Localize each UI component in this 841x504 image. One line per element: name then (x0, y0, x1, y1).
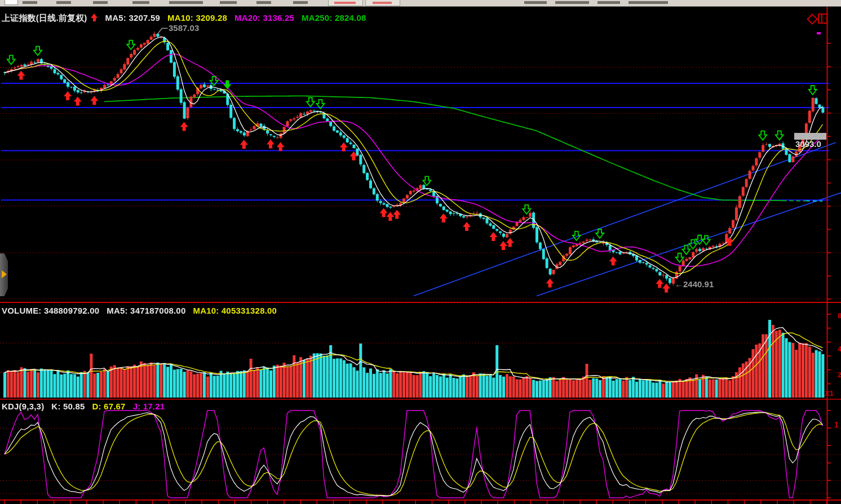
ma20-label: MA20: 3136.25 (234, 13, 294, 23)
index-title: 上证指数(日线.前复权) (2, 13, 87, 23)
kdj-header: KDJ(9,3,3)K: 50.85D: 67.67J: 17.21 (2, 402, 172, 411)
menu-bar-button[interactable] (328, 0, 363, 6)
menu-text-fragment (56, 1, 71, 4)
main-chart-pane[interactable] (0, 7, 841, 302)
magenta-marker (817, 32, 821, 34)
app-icon[interactable] (5, 0, 18, 5)
peak-price-label: 3587.03 (169, 23, 199, 33)
kdj-k-label: K: 50.85 (51, 402, 85, 411)
kdj-axis-label: 1 (834, 420, 839, 429)
ma250-label: MA250: 2824.08 (302, 13, 366, 23)
volume-value-label: VOLUME: 348809792.00 (2, 306, 99, 315)
kdj-pane[interactable] (0, 400, 841, 499)
menu-text-fragment (524, 1, 547, 4)
last-price-tag: 3093.0 (795, 139, 821, 149)
up-arrow-icon (91, 14, 98, 22)
ma10-label: MA10: 3209.28 (167, 13, 227, 23)
volume-header: VOLUME: 348809792.00MA5: 347187008.00MA1… (2, 306, 284, 315)
menu-text-fragment (93, 1, 108, 4)
menu-text-fragment (169, 1, 203, 4)
menu-text-fragment (628, 1, 668, 4)
chevron-right-icon (2, 270, 7, 278)
volume-multiplier-label: X1 (825, 389, 834, 398)
sidebar-expand-tab[interactable] (0, 253, 8, 296)
trough-price-label: ←2440.91 (675, 279, 714, 289)
trading-app-window: { "header": { "title": "上证指数(日线.前复权)", "… (0, 0, 841, 504)
volume-ma10-label: MA10: 405331328.00 (193, 306, 277, 315)
menu-bar-button[interactable] (365, 0, 400, 6)
ma5-label: MA5: 3207.59 (105, 13, 160, 23)
volume-ma5-label: MA5: 347187008.00 (107, 306, 185, 315)
kdj-name-label: KDJ(9,3,3) (2, 402, 44, 411)
volume-pane[interactable] (0, 303, 841, 399)
kdj-j-label: J: 17.21 (133, 402, 165, 411)
volume-axis-label-low: 2 (838, 371, 841, 379)
menu-text-fragment (555, 1, 589, 4)
menu-text-fragment (597, 1, 620, 4)
volume-axis-label-top: 8 (838, 311, 841, 320)
kdj-d-label: D: 67.67 (92, 402, 126, 411)
menu-bar[interactable] (0, 0, 841, 7)
menu-text-fragment (256, 1, 271, 4)
menu-text-fragment (293, 1, 308, 4)
menu-text-fragment (220, 1, 237, 4)
price-header: 上证指数(日线.前复权)MA5: 3207.59MA10: 3209.28MA2… (2, 13, 374, 24)
arrow-left-icon: ← (675, 279, 683, 289)
split-window-icon[interactable] (818, 14, 827, 24)
menu-text-fragment (23, 1, 37, 4)
volume-axis-label-mid: 4 (838, 345, 841, 353)
menu-text-fragment (132, 1, 149, 4)
